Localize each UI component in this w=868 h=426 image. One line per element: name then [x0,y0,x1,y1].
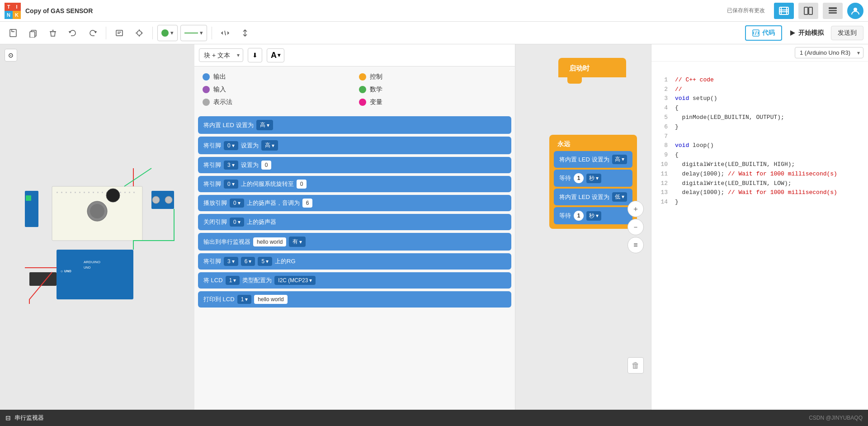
block-rgb-d2[interactable]: 6 [241,257,255,266]
color-button[interactable]: ▾ [157,25,178,41]
block-lcd-print[interactable]: 打印到 LCD 1 hello world [198,291,511,308]
forever-container: 永远 将内置 LED 设置为 高 等待 1 秒 将内置 LED 设置为 低 [549,135,637,229]
category-display[interactable]: 表示法 [199,96,354,108]
trash-button[interactable]: 🗑 [627,357,644,374]
script-button[interactable] [217,25,234,41]
serial-monitor-label[interactable]: 串行监视器 [14,414,44,422]
code-editor: 1// C++ code 2// 3void setup() 4{ 5 pinM… [651,62,868,410]
ws-block-wait-2[interactable]: 等待 1 秒 [554,207,632,224]
svg-text:UNO: UNO [84,266,91,269]
download-button[interactable]: ⬇ [248,48,262,62]
block-lcd-config-label: 类型配置为 [242,276,272,284]
ws-block-led-low[interactable]: 将内置 LED 设置为 低 [554,189,632,205]
block-speaker-off-dropdown[interactable]: 0 [230,218,244,227]
block-speaker-play[interactable]: 播放引脚 0 上的扬声器，音调为 6 [198,195,511,211]
ws-led-low-text: 将内置 LED 设置为 [559,193,609,201]
ws-led-low-dropdown[interactable]: 低 [612,192,627,202]
startup-block[interactable]: 启动时 [558,58,626,84]
block-led-high[interactable]: 将内置 LED 设置为 高 [198,116,511,134]
ws-wait-1-unit[interactable]: 秒 [586,174,601,183]
block-servo-label: 上的伺服系统旋转至 [241,180,294,188]
film-view-button[interactable] [774,3,794,19]
svg-rect-22 [70,192,71,193]
svg-rect-25 [84,192,85,193]
app-title: Copy of GAS SENSOR [25,7,93,14]
block-lcd-config-d1[interactable]: 1 [226,276,240,285]
redo-button[interactable] [84,25,101,41]
block-pin-dropdown-2[interactable]: 3 [224,161,238,170]
board-select[interactable]: 1 (Arduino Uno R3) [795,47,863,58]
category-math[interactable]: 数学 [355,84,511,95]
block-lcd-config[interactable]: 将 LCD 1 类型配置为 I2C (MCP23 [198,272,511,289]
code-button[interactable]: 代码 [745,25,782,41]
block-servo-val[interactable]: 0 [297,180,307,189]
block-lcd-config-d2[interactable]: I2C (MCP23 [274,276,316,285]
fit-view-button[interactable]: ≡ [627,237,644,253]
workspace[interactable]: 启动时 永远 将内置 LED 设置为 高 等待 1 秒 [515,44,651,410]
svg-rect-42 [26,195,31,201]
forever-block[interactable]: 永远 将内置 LED 设置为 高 等待 1 秒 将内置 LED 设置为 低 [549,135,637,229]
align-button[interactable] [236,25,254,41]
simulate-button[interactable]: 开始模拟 [785,26,828,40]
ws-block-led-high[interactable]: 将内置 LED 设置为 高 [554,151,632,168]
board-select-wrapper[interactable]: 1 (Arduino Uno R3) [795,47,863,58]
category-input[interactable]: 输入 [199,84,354,95]
block-speaker-val[interactable]: 6 [302,199,313,208]
view-select-wrapper[interactable]: 块 + 文本 块 文本 [199,48,243,62]
copy-button[interactable] [24,25,42,41]
startup-block-header: 启动时 [558,58,626,77]
block-servo-dropdown[interactable]: 0 [224,180,238,189]
send-button[interactable]: 发送到 [831,26,863,40]
block-pin-set-high[interactable]: 将引脚 0 设置为 高 [198,137,511,154]
block-rgb[interactable]: 将引脚 3 6 5 上的RG [198,253,511,270]
ws-wait-1-num[interactable]: 1 [574,173,584,183]
table-view-button[interactable] [823,3,843,19]
code-toolbar: 1 (Arduino Uno R3) [651,44,868,62]
block-servo[interactable]: 将引脚 0 上的伺服系统旋转至 0 [198,176,511,192]
app-logo: T I N K [5,3,21,19]
code-panel: 1 (Arduino Uno R3) 1// C++ code 2// 3voi… [651,44,868,410]
circuit-canvas[interactable]: ARDUINO UNO ☺ [7,141,188,313]
ws-led-high-dropdown[interactable]: 高 [612,155,627,164]
columns-view-button[interactable] [798,3,818,19]
ws-block-wait-1[interactable]: 等待 1 秒 [554,170,632,187]
block-serial-text: 输出到串行监视器 [203,238,250,246]
canvas-area: ⊙ [0,44,194,410]
block-lcd-print-val[interactable]: hello world [254,295,287,304]
block-serial-print[interactable]: 输出到串行监视器 hello world 有 [198,233,511,251]
block-pin-value-dropdown-1[interactable]: 高 [261,140,278,151]
view-select[interactable]: 块 + 文本 块 文本 [199,48,243,62]
block-speaker-off[interactable]: 关闭引脚 0 上的扬声器 [198,214,511,230]
block-serial-val[interactable]: hello world [253,237,286,246]
category-output[interactable]: 输出 [199,71,354,83]
font-size-button[interactable]: A ▾ [267,48,284,62]
zoom-in-button[interactable]: ＋ [627,201,644,217]
undo-button[interactable] [64,25,81,41]
block-rgb-d3[interactable]: 5 [258,257,272,266]
code-btn-label: 代码 [762,29,775,37]
svg-rect-33 [120,192,121,193]
block-led-high-dropdown[interactable]: 高 [256,120,273,130]
zoom-fit-button[interactable]: ⊙ [5,49,17,62]
zoom-out-button[interactable]: － [627,219,644,235]
svg-text:ARDUINO: ARDUINO [84,260,100,264]
ws-wait-2-num[interactable]: 1 [574,211,584,221]
block-lcd-print-d1[interactable]: 1 [237,295,252,304]
ws-wait-2-unit[interactable]: 秒 [586,211,601,221]
crosshair-button[interactable] [131,25,148,41]
notes-button[interactable] [111,25,128,41]
input-dot [203,86,210,93]
user-avatar[interactable] [847,3,863,19]
block-speaker-dropdown[interactable]: 0 [230,199,244,208]
block-rgb-d1[interactable]: 3 [224,257,238,266]
block-pin-dropdown-1[interactable]: 0 [224,141,238,150]
block-pin-val-box[interactable]: 0 [261,161,272,170]
new-button[interactable] [5,25,22,41]
delete-button[interactable] [44,25,61,41]
block-serial-dropdown[interactable]: 有 [289,237,306,247]
line-style-button[interactable]: ▾ [180,25,207,41]
category-variable[interactable]: 变量 [355,96,511,108]
block-led-high-text: 将内置 LED 设置为 [203,121,254,129]
block-pin-set-val[interactable]: 将引脚 3 设置为 0 [198,157,511,173]
category-control[interactable]: 控制 [355,71,511,83]
